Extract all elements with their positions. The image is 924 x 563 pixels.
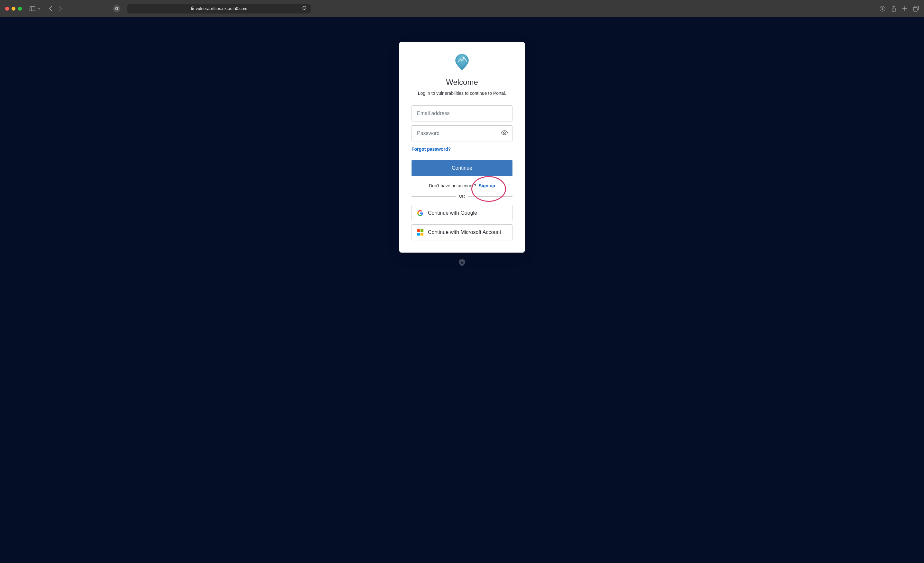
signup-row: Don't have an account? Sign up bbox=[429, 183, 495, 188]
svg-rect-4 bbox=[914, 7, 917, 11]
minimize-window-button[interactable] bbox=[12, 7, 15, 10]
svg-rect-0 bbox=[30, 6, 35, 10]
reload-icon bbox=[302, 6, 307, 10]
tabs-button[interactable] bbox=[913, 6, 919, 12]
welcome-title: Welcome bbox=[446, 78, 478, 87]
plus-icon bbox=[902, 6, 907, 11]
or-label: OR bbox=[456, 194, 468, 199]
email-input[interactable] bbox=[411, 105, 513, 121]
svg-rect-2 bbox=[191, 8, 194, 10]
eye-icon bbox=[501, 129, 508, 136]
window-controls bbox=[5, 7, 22, 10]
browser-toolbar: G vulnerabilities.uk.auth0.com bbox=[0, 0, 924, 17]
show-password-button[interactable] bbox=[501, 129, 508, 138]
microsoft-icon bbox=[417, 229, 423, 235]
forward-button[interactable] bbox=[57, 5, 64, 12]
toolbar-right bbox=[880, 6, 919, 12]
tabs-icon bbox=[913, 6, 919, 12]
svg-rect-8 bbox=[420, 229, 423, 232]
login-card: Welcome Log in to vulnerabilities to con… bbox=[399, 42, 525, 253]
sidebar-icon bbox=[30, 6, 35, 11]
google-icon bbox=[417, 210, 423, 216]
microsoft-login-button[interactable]: Continue with Microsoft Account bbox=[411, 224, 513, 240]
back-button[interactable] bbox=[47, 5, 55, 12]
divider-line bbox=[411, 196, 456, 197]
chevron-left-icon bbox=[49, 6, 53, 12]
svg-point-5 bbox=[463, 57, 464, 58]
maximize-window-button[interactable] bbox=[18, 7, 22, 10]
signup-link[interactable]: Sign up bbox=[479, 183, 495, 188]
lock-icon bbox=[190, 6, 194, 11]
download-icon bbox=[880, 6, 885, 12]
share-icon bbox=[891, 6, 896, 12]
microsoft-button-label: Continue with Microsoft Account bbox=[428, 229, 501, 235]
divider-line bbox=[468, 196, 513, 197]
signup-prompt: Don't have an account? bbox=[429, 183, 476, 188]
nav-arrows bbox=[47, 5, 64, 12]
url-text: vulnerabilities.uk.auth0.com bbox=[196, 6, 247, 11]
reload-button[interactable] bbox=[302, 6, 307, 12]
password-input[interactable] bbox=[411, 125, 513, 141]
svg-rect-10 bbox=[420, 233, 423, 235]
chevron-right-icon bbox=[58, 6, 62, 12]
chevron-down-icon bbox=[37, 7, 40, 10]
page-background: Welcome Log in to vulnerabilities to con… bbox=[0, 17, 924, 563]
app-logo bbox=[454, 54, 470, 71]
share-button[interactable] bbox=[891, 6, 896, 12]
google-button-label: Continue with Google bbox=[428, 210, 477, 216]
new-tab-button[interactable] bbox=[902, 6, 907, 11]
or-divider: OR bbox=[411, 194, 513, 199]
continue-button[interactable]: Continue bbox=[411, 160, 513, 176]
svg-point-6 bbox=[504, 132, 506, 134]
google-login-button[interactable]: Continue with Google bbox=[411, 205, 513, 221]
downloads-button[interactable] bbox=[880, 6, 885, 12]
shield-icon bbox=[459, 259, 465, 266]
close-window-button[interactable] bbox=[5, 7, 9, 10]
svg-rect-9 bbox=[417, 233, 420, 235]
sidebar-toggle-button[interactable] bbox=[30, 6, 40, 11]
address-bar[interactable]: vulnerabilities.uk.auth0.com bbox=[128, 4, 310, 13]
address-content: vulnerabilities.uk.auth0.com bbox=[190, 6, 247, 11]
extension-icon[interactable]: G bbox=[113, 5, 120, 12]
auth0-badge bbox=[459, 259, 465, 266]
svg-rect-7 bbox=[417, 229, 420, 232]
welcome-subtitle: Log in to vulnerabilities to continue to… bbox=[418, 91, 506, 96]
forgot-password-link[interactable]: Forgot password? bbox=[411, 147, 451, 152]
